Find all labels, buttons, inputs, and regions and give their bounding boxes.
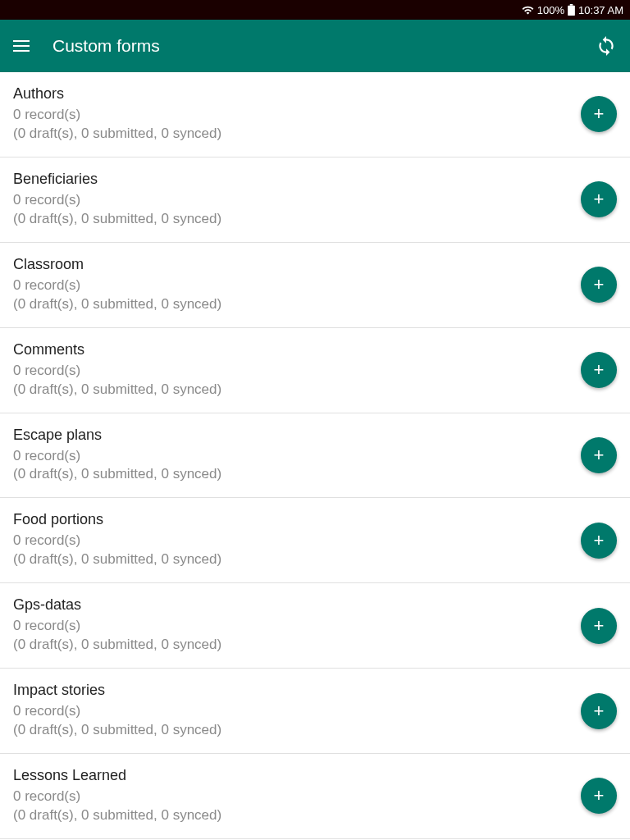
forms-list: Authors 0 record(s) (0 draft(s), 0 submi…: [0, 72, 630, 839]
svg-rect-0: [568, 6, 575, 16]
battery-icon: [568, 4, 575, 16]
list-item[interactable]: Food portions 0 record(s) (0 draft(s), 0…: [0, 498, 630, 583]
item-records: 0 record(s): [13, 447, 571, 466]
item-records: 0 record(s): [13, 362, 571, 381]
item-text: Classroom 0 record(s) (0 draft(s), 0 sub…: [13, 256, 571, 314]
item-records: 0 record(s): [13, 702, 571, 721]
item-title: Beneficiaries: [13, 171, 571, 188]
add-button[interactable]: +: [581, 352, 617, 388]
status-bar: 100% 10:37 AM: [0, 0, 630, 20]
item-status: (0 draft(s), 0 submitted, 0 synced): [13, 636, 571, 655]
item-text: Lessons Learned 0 record(s) (0 draft(s),…: [13, 767, 571, 825]
item-records: 0 record(s): [13, 106, 571, 125]
item-status: (0 draft(s), 0 submitted, 0 synced): [13, 721, 571, 740]
item-status: (0 draft(s), 0 submitted, 0 synced): [13, 295, 571, 314]
menu-icon[interactable]: [13, 40, 30, 52]
page-title: Custom forms: [52, 36, 573, 56]
list-item[interactable]: Classroom 0 record(s) (0 draft(s), 0 sub…: [0, 243, 630, 328]
add-button[interactable]: +: [581, 267, 617, 303]
item-records: 0 record(s): [13, 191, 571, 210]
add-button[interactable]: +: [581, 523, 617, 559]
list-item[interactable]: Impact stories 0 record(s) (0 draft(s), …: [0, 669, 630, 754]
item-records: 0 record(s): [13, 788, 571, 806]
list-item[interactable]: Gps-datas 0 record(s) (0 draft(s), 0 sub…: [0, 583, 630, 669]
item-status: (0 draft(s), 0 submitted, 0 synced): [13, 465, 571, 484]
item-title: Impact stories: [13, 682, 571, 699]
wifi-icon: [522, 4, 534, 16]
item-text: Comments 0 record(s) (0 draft(s), 0 subm…: [13, 341, 571, 399]
item-text: Gps-datas 0 record(s) (0 draft(s), 0 sub…: [13, 596, 571, 655]
status-time: 10:37 AM: [578, 4, 623, 16]
item-title: Gps-datas: [13, 596, 571, 614]
item-title: Classroom: [13, 256, 571, 273]
item-status: (0 draft(s), 0 submitted, 0 synced): [13, 806, 571, 825]
list-item[interactable]: Escape plans 0 record(s) (0 draft(s), 0 …: [0, 413, 630, 499]
add-button[interactable]: +: [581, 693, 617, 729]
add-button[interactable]: +: [581, 96, 617, 132]
item-text: Impact stories 0 record(s) (0 draft(s), …: [13, 682, 571, 740]
add-button[interactable]: +: [581, 181, 617, 217]
item-records: 0 record(s): [13, 276, 571, 295]
status-battery: 100%: [537, 4, 564, 16]
item-status: (0 draft(s), 0 submitted, 0 synced): [13, 381, 571, 399]
add-button[interactable]: +: [581, 437, 617, 473]
item-title: Escape plans: [13, 427, 571, 444]
item-status: (0 draft(s), 0 submitted, 0 synced): [13, 125, 571, 144]
item-text: Escape plans 0 record(s) (0 draft(s), 0 …: [13, 427, 571, 485]
sync-icon[interactable]: [596, 35, 617, 57]
app-bar: Custom forms: [0, 20, 630, 72]
item-title: Authors: [13, 85, 571, 103]
list-item[interactable]: Lessons Learned 0 record(s) (0 draft(s),…: [0, 754, 630, 839]
add-button[interactable]: +: [581, 778, 617, 814]
item-title: Comments: [13, 341, 571, 358]
item-text: Food portions 0 record(s) (0 draft(s), 0…: [13, 511, 571, 569]
item-status: (0 draft(s), 0 submitted, 0 synced): [13, 550, 571, 569]
list-item[interactable]: Beneficiaries 0 record(s) (0 draft(s), 0…: [0, 158, 630, 243]
item-records: 0 record(s): [13, 617, 571, 636]
item-text: Authors 0 record(s) (0 draft(s), 0 submi…: [13, 85, 571, 144]
item-text: Beneficiaries 0 record(s) (0 draft(s), 0…: [13, 171, 571, 229]
item-title: Lessons Learned: [13, 767, 571, 784]
item-title: Food portions: [13, 511, 571, 528]
list-item[interactable]: Comments 0 record(s) (0 draft(s), 0 subm…: [0, 328, 630, 413]
item-status: (0 draft(s), 0 submitted, 0 synced): [13, 210, 571, 229]
svg-rect-1: [570, 4, 573, 6]
item-records: 0 record(s): [13, 532, 571, 550]
list-item[interactable]: Authors 0 record(s) (0 draft(s), 0 submi…: [0, 72, 630, 158]
add-button[interactable]: +: [581, 608, 617, 644]
